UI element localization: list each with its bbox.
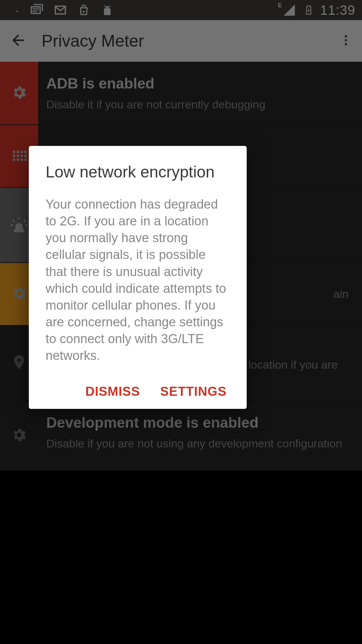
alert-dialog: Low network encryption Your connection h…	[29, 146, 247, 409]
dialog-title: Low network encryption	[46, 163, 230, 181]
dismiss-button[interactable]: DISMISS	[85, 384, 140, 399]
dialog-body: Your connection has degraded to 2G. If y…	[46, 196, 230, 364]
settings-button[interactable]: SETTINGS	[160, 384, 227, 399]
